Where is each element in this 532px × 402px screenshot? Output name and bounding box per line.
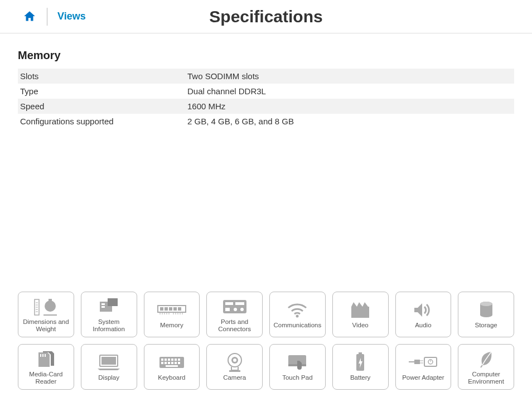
tile-storage[interactable]: Storage <box>458 292 514 337</box>
tile-display[interactable]: Display <box>81 344 137 390</box>
spec-key: Configurations supported <box>18 114 185 129</box>
svg-rect-7 <box>49 299 52 301</box>
svg-point-32 <box>234 308 237 311</box>
views-link[interactable]: Views <box>57 11 86 22</box>
svg-rect-51 <box>165 362 167 364</box>
power-adapter-icon <box>408 352 439 373</box>
storage-icon <box>478 299 494 321</box>
svg-rect-60 <box>229 370 240 372</box>
tile-label: Audio <box>415 322 431 329</box>
spec-value: 2 GB, 4 GB, 6 GB, and 8 GB <box>185 114 514 129</box>
svg-rect-10 <box>101 303 105 305</box>
audio-icon <box>412 299 434 321</box>
svg-rect-16 <box>173 307 177 311</box>
svg-rect-28 <box>223 300 246 313</box>
tile-label: Video <box>352 322 369 329</box>
media-card-icon <box>35 348 56 370</box>
nav-row-1: Dimensions and Weight System Information… <box>18 292 514 337</box>
tile-label: System Information <box>83 318 136 333</box>
nav-grid: Dimensions and Weight System Information… <box>0 292 532 396</box>
tile-label: Keyboard <box>158 374 185 381</box>
svg-rect-44 <box>161 359 163 361</box>
display-icon <box>96 352 121 373</box>
svg-rect-42 <box>101 357 116 365</box>
battery-icon <box>355 352 366 373</box>
svg-rect-15 <box>169 307 172 311</box>
svg-rect-38 <box>40 354 41 357</box>
svg-rect-52 <box>168 362 170 364</box>
touch-pad-icon <box>286 352 308 373</box>
svg-point-34 <box>296 315 299 318</box>
spec-key: Speed <box>18 99 185 114</box>
tile-label: Power Adapter <box>402 374 444 381</box>
tile-label: Computer Environment <box>460 371 512 385</box>
svg-rect-14 <box>165 307 168 311</box>
spec-value: 1600 MHz <box>185 99 514 114</box>
tile-label: Display <box>98 374 119 381</box>
svg-rect-54 <box>175 362 177 364</box>
tile-video[interactable]: Video <box>332 292 389 337</box>
svg-point-33 <box>240 308 244 311</box>
keyboard-icon <box>158 352 185 373</box>
page-title: Specifications <box>209 7 322 26</box>
system-information-icon <box>98 296 120 317</box>
dimensions-weight-icon <box>33 296 58 317</box>
svg-rect-40 <box>45 354 46 357</box>
svg-rect-70 <box>414 360 420 364</box>
wifi-icon <box>286 299 308 321</box>
tile-label: Touch Pad <box>282 374 312 381</box>
svg-rect-39 <box>42 354 43 357</box>
tile-label: Communications <box>274 322 322 329</box>
svg-rect-29 <box>225 302 233 305</box>
camera-icon <box>226 352 244 373</box>
svg-rect-13 <box>160 307 163 311</box>
svg-rect-50 <box>161 362 163 364</box>
svg-rect-53 <box>171 362 173 364</box>
tile-label: Storage <box>475 322 497 329</box>
tile-memory[interactable]: Memory <box>144 292 200 337</box>
tile-label: Battery <box>350 374 370 381</box>
tile-label: Camera <box>223 374 246 381</box>
spec-table: Slots Two SODIMM slots Type Dual channel… <box>18 69 514 129</box>
tile-camera[interactable]: Camera <box>206 344 263 390</box>
table-row: Slots Two SODIMM slots <box>18 69 514 84</box>
tile-battery[interactable]: Battery <box>332 344 389 390</box>
svg-rect-35 <box>351 307 369 318</box>
tile-media-card-reader[interactable]: Media-Card Reader <box>18 344 74 390</box>
tile-audio[interactable]: Audio <box>395 292 452 337</box>
svg-rect-11 <box>101 306 105 308</box>
svg-rect-45 <box>165 359 167 361</box>
table-row: Speed 1600 MHz <box>18 99 514 114</box>
svg-point-59 <box>233 359 236 362</box>
memory-icon <box>157 299 187 321</box>
svg-rect-56 <box>166 365 178 367</box>
content-area: Memory Slots Two SODIMM slots Type Dual … <box>0 33 532 129</box>
tile-computer-environment[interactable]: Computer Environment <box>458 344 514 390</box>
section-title: Memory <box>18 49 514 62</box>
home-icon[interactable] <box>22 9 37 24</box>
nav-row-2: Media-Card Reader Display Keyboard Camer… <box>18 344 514 390</box>
spec-key: Type <box>18 84 185 99</box>
leaf-icon <box>478 348 495 370</box>
tile-power-adapter[interactable]: Power Adapter <box>395 344 452 390</box>
table-row: Type Dual channel DDR3L <box>18 84 514 99</box>
svg-rect-17 <box>178 307 181 311</box>
spec-value: Dual channel DDR3L <box>185 84 514 99</box>
tile-dimensions-weight[interactable]: Dimensions and Weight <box>18 292 74 337</box>
svg-rect-62 <box>288 364 297 366</box>
tile-touch-pad[interactable]: Touch Pad <box>269 344 326 390</box>
tile-system-information[interactable]: System Information <box>81 292 137 337</box>
svg-rect-55 <box>178 362 180 364</box>
svg-rect-47 <box>171 359 173 361</box>
svg-rect-64 <box>359 352 362 354</box>
svg-point-6 <box>45 301 56 312</box>
table-row: Configurations supported 2 GB, 4 GB, 6 G… <box>18 114 514 129</box>
tile-communications[interactable]: Communications <box>269 292 326 337</box>
svg-line-73 <box>481 365 482 367</box>
tile-keyboard[interactable]: Keyboard <box>144 344 200 390</box>
separator <box>47 8 47 26</box>
tile-ports-connectors[interactable]: Ports and Connectors <box>206 292 263 337</box>
video-icon <box>349 299 371 321</box>
svg-rect-30 <box>235 302 244 305</box>
tile-label: Ports and Connectors <box>208 318 261 333</box>
